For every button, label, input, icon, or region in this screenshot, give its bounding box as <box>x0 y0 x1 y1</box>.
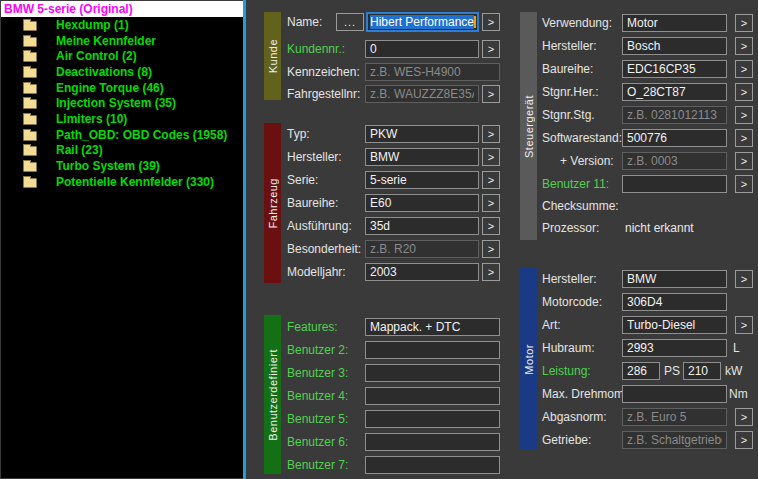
verwendung-input[interactable] <box>622 14 727 32</box>
leistung-ps-input[interactable] <box>622 362 660 380</box>
leistung-label: Leistung: <box>542 364 591 378</box>
ecu-hersteller-arrow-button[interactable]: > <box>735 37 753 55</box>
drehmoment-input[interactable] <box>622 385 727 403</box>
drehmoment-label: Max. Drehmom. <box>542 387 627 401</box>
tree-item-label: Deactivations (8) <box>56 65 152 79</box>
benutzer5-input[interactable] <box>365 410 500 428</box>
getriebe-arrow-button[interactable]: > <box>735 431 753 449</box>
motorcode-input[interactable] <box>622 293 727 311</box>
tree-item-label: Limiters (10) <box>56 112 127 126</box>
softwarestand-input[interactable] <box>622 129 727 147</box>
tree-item-label: Meine Kennfelder <box>56 34 156 48</box>
tree-item-hexdump[interactable]: Hexdump (1) <box>1 17 243 33</box>
ausfuehrung-input[interactable] <box>365 217 479 235</box>
project-tree: BMW 5-serie (Original) Hexdump (1) Meine… <box>1 1 243 478</box>
benutzer4-input[interactable] <box>365 387 500 405</box>
fahrgestellnr-input[interactable] <box>365 85 479 103</box>
ecu-hersteller-input[interactable] <box>622 37 727 55</box>
tree-item-turbo-system[interactable]: Turbo System (39) <box>1 158 243 174</box>
version-input[interactable] <box>622 152 727 170</box>
tree-item-deactivations[interactable]: Deactivations (8) <box>1 64 243 80</box>
tree-item-engine-torque[interactable]: Engine Torque (46) <box>1 80 243 96</box>
tree-item-injection-system[interactable]: Injection System (35) <box>1 95 243 111</box>
name-arrow-button[interactable]: > <box>482 13 500 31</box>
baureihe-input[interactable] <box>365 194 479 212</box>
modelljahr-arrow-button[interactable]: > <box>482 263 500 281</box>
ausfuehrung-arrow-button[interactable]: > <box>482 217 500 235</box>
art-arrow-button[interactable]: > <box>735 316 753 334</box>
version-label: + Version: <box>560 154 614 168</box>
tree-item-label: Rail (23) <box>56 143 103 157</box>
benutzer7-input[interactable] <box>365 456 500 474</box>
ecu-baureihe-input[interactable] <box>622 60 727 78</box>
fahrgestellnr-label: Fahrgestellnr: <box>287 87 360 101</box>
leistung-ps-unit: PS <box>664 364 680 378</box>
stgnr-stg-label: Stgnr.Stg. <box>542 108 595 122</box>
kundennr-input[interactable] <box>365 40 479 58</box>
ecu-baureihe-label: Baureihe: <box>542 62 593 76</box>
tree-item-path-obd[interactable]: Path_OBD: OBD Codes (1958) <box>1 127 243 143</box>
getriebe-label: Getriebe: <box>542 433 591 447</box>
hersteller-input[interactable] <box>365 148 479 166</box>
serie-label: Serie: <box>287 173 318 187</box>
hubraum-input[interactable] <box>622 339 727 357</box>
folder-icon <box>23 21 37 31</box>
tree-item-rail[interactable]: Rail (23) <box>1 143 243 159</box>
tree-splitter[interactable] <box>243 0 246 479</box>
tree-item-air-control[interactable]: Air Control (2) <box>1 48 243 64</box>
besonderheit-label: Besonderheit: <box>287 242 361 256</box>
art-label: Art: <box>542 318 561 332</box>
benutzer3-input[interactable] <box>365 364 500 382</box>
typ-arrow-button[interactable]: > <box>482 125 500 143</box>
tree-item-potentielle-kennfelder[interactable]: Potentielle Kennfelder (330) <box>1 174 243 190</box>
motor-hersteller-input[interactable] <box>622 270 727 288</box>
serie-arrow-button[interactable]: > <box>482 171 500 189</box>
stgnr-stg-arrow-button[interactable]: > <box>735 106 753 124</box>
fahrgestellnr-arrow-button[interactable]: > <box>482 85 500 103</box>
abgasnorm-input[interactable] <box>622 408 727 426</box>
stgnr-her-arrow-button[interactable]: > <box>735 83 753 101</box>
getriebe-input[interactable] <box>622 431 727 449</box>
benutzer2-input[interactable] <box>365 341 500 359</box>
folder-icon <box>23 146 37 156</box>
version-arrow-button[interactable]: > <box>735 152 753 170</box>
verwendung-label: Verwendung: <box>542 16 612 30</box>
tree-item-meine-kennfelder[interactable]: Meine Kennfelder <box>1 33 243 49</box>
tree-root-item[interactable]: BMW 5-serie (Original) <box>1 1 243 17</box>
motor-hersteller-arrow-button[interactable]: > <box>735 270 753 288</box>
tree-item-label: Path_OBD: OBD Codes (1958) <box>56 128 227 142</box>
benutzer4-label: Benutzer 4: <box>287 389 348 403</box>
baureihe-arrow-button[interactable]: > <box>482 194 500 212</box>
besonderheit-input[interactable] <box>365 240 479 258</box>
text-caret <box>474 16 476 28</box>
tree-item-limiters[interactable]: Limiters (10) <box>1 111 243 127</box>
benutzer6-input[interactable] <box>365 433 500 451</box>
softwarestand-arrow-button[interactable]: > <box>735 129 753 147</box>
modelljahr-input[interactable] <box>365 263 479 281</box>
ecu-baureihe-arrow-button[interactable]: > <box>735 60 753 78</box>
ausfuehrung-label: Ausführung: <box>287 219 352 233</box>
features-input[interactable] <box>365 318 500 336</box>
kundennr-arrow-button[interactable]: > <box>482 40 500 58</box>
abgasnorm-arrow-button[interactable]: > <box>735 408 753 426</box>
benutzer11-arrow-button[interactable]: > <box>735 175 753 193</box>
kennzeichen-input[interactable] <box>365 63 500 81</box>
name-input[interactable]: Hibert Performance <box>366 12 479 32</box>
verwendung-arrow-button[interactable]: > <box>735 14 753 32</box>
folder-icon <box>23 52 37 62</box>
stgnr-stg-input[interactable] <box>622 106 727 124</box>
section-fahrzeug: Fahrzeug Typ: > Hersteller: > Serie: > B… <box>264 123 501 285</box>
motor-hersteller-label: Hersteller: <box>542 272 597 286</box>
serie-input[interactable] <box>365 171 479 189</box>
besonderheit-arrow-button[interactable]: > <box>482 240 500 258</box>
benutzer5-label: Benutzer 5: <box>287 412 348 426</box>
benutzer11-input[interactable] <box>622 175 727 193</box>
prozessor-label: Prozessor: <box>542 221 599 235</box>
leistung-kw-input[interactable] <box>683 362 721 380</box>
stgnr-her-input[interactable] <box>622 83 727 101</box>
folder-icon <box>23 131 37 141</box>
browse-button[interactable]: ... <box>336 13 364 31</box>
art-input[interactable] <box>622 316 727 334</box>
hersteller-arrow-button[interactable]: > <box>482 148 500 166</box>
typ-input[interactable] <box>365 125 479 143</box>
